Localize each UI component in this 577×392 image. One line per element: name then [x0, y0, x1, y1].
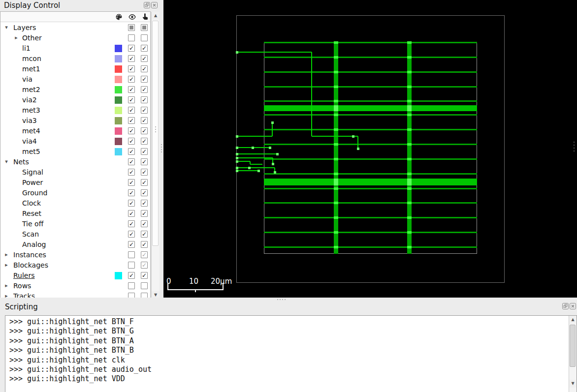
- selectable-checkbox-power[interactable]: ✓: [141, 179, 148, 186]
- visibility-checkbox-analog[interactable]: ✓: [128, 241, 135, 248]
- visibility-checkbox-li1[interactable]: ✓: [128, 45, 135, 52]
- color-swatch-mcon[interactable]: [115, 55, 122, 62]
- visibility-checkbox-power[interactable]: ✓: [128, 179, 135, 186]
- tree-row-signal[interactable]: Signal✓✓: [0, 167, 150, 178]
- selectable-checkbox-via3[interactable]: ✓: [141, 117, 148, 124]
- tree-row-tie-off[interactable]: Tie off✓✓: [0, 219, 150, 229]
- visibility-checkbox-via3[interactable]: ✓: [128, 117, 135, 124]
- selectable-checkbox-other[interactable]: [141, 34, 148, 41]
- tree-scrollbar-thumb[interactable]: [152, 21, 159, 246]
- tree-row-other[interactable]: ▸Other: [0, 33, 150, 43]
- visibility-checkbox-via[interactable]: ✓: [128, 76, 135, 83]
- layout-viewer-canvas[interactable]: 01020µm: [163, 0, 577, 298]
- scroll-down-icon[interactable]: ▼: [569, 380, 577, 388]
- selectable-checkbox-analog[interactable]: ✓: [141, 241, 148, 248]
- visibility-checkbox-mcon[interactable]: ✓: [128, 55, 135, 62]
- visibility-checkbox-instances[interactable]: [128, 251, 135, 258]
- visibility-checkbox-scan[interactable]: ✓: [128, 231, 135, 238]
- float-window-icon[interactable]: [144, 2, 150, 8]
- visibility-checkbox-met3[interactable]: ✓: [128, 107, 135, 114]
- selectable-checkbox-met3[interactable]: ✓: [141, 107, 148, 114]
- close-icon[interactable]: [151, 2, 158, 8]
- selectable-checkbox-via2[interactable]: ✓: [141, 96, 148, 103]
- visibility-checkbox-tie-off[interactable]: ✓: [128, 220, 135, 227]
- visibility-checkbox-nets[interactable]: ✓: [128, 158, 135, 165]
- visibility-checkbox-other[interactable]: [128, 34, 135, 41]
- vertical-splitter[interactable]: [160, 0, 163, 301]
- horizontal-splitter[interactable]: [0, 298, 577, 302]
- selectable-checkbox-met2[interactable]: ✓: [141, 86, 148, 93]
- selectable-checkbox-reset[interactable]: ✓: [141, 210, 148, 217]
- tree-row-ground[interactable]: Ground✓✓: [0, 188, 150, 198]
- tree-row-reset[interactable]: Reset✓✓: [0, 209, 150, 219]
- expand-arrow-icon[interactable]: ▸: [13, 34, 19, 41]
- visibility-checkbox-ground[interactable]: ✓: [128, 189, 135, 196]
- tree-row-layers[interactable]: ▾Layers: [0, 23, 150, 33]
- color-swatch-li1[interactable]: [115, 45, 122, 52]
- visibility-checkbox-clock[interactable]: ✓: [128, 200, 135, 207]
- tree-row-met2[interactable]: met2✓✓: [0, 85, 150, 95]
- color-swatch-via4[interactable]: [115, 138, 122, 145]
- scroll-up-icon[interactable]: ▲: [152, 12, 160, 20]
- tree-row-nets[interactable]: ▾Nets✓✓: [0, 157, 150, 167]
- tree-row-mcon[interactable]: mcon✓✓: [0, 54, 150, 64]
- tree-row-rows[interactable]: ▸Rows: [0, 281, 150, 291]
- visibility-checkbox-met4[interactable]: ✓: [128, 127, 135, 134]
- close-icon[interactable]: [570, 303, 576, 309]
- scripting-titlebar[interactable]: Scripting: [0, 302, 577, 313]
- selectable-checkbox-clock[interactable]: ✓: [141, 200, 148, 207]
- visibility-checkbox-rows[interactable]: [128, 282, 135, 289]
- collapse-arrow-icon[interactable]: ▾: [3, 24, 9, 30]
- tree-scrollbar[interactable]: ▲ ▼: [151, 12, 160, 299]
- tree-row-via[interactable]: via✓✓: [0, 74, 150, 85]
- selectable-checkbox-met4[interactable]: ✓: [141, 127, 148, 134]
- scroll-up-icon[interactable]: ▲: [569, 316, 577, 324]
- tree-row-scan[interactable]: Scan✓✓: [0, 229, 150, 240]
- selectable-checkbox-ground[interactable]: ✓: [141, 189, 148, 196]
- tree-row-analog[interactable]: Analog✓✓: [0, 240, 150, 250]
- tree-row-power[interactable]: Power✓✓: [0, 178, 150, 188]
- expand-arrow-icon[interactable]: ▸: [3, 262, 9, 268]
- selectable-checkbox-tie-off[interactable]: ✓: [141, 220, 148, 227]
- tree-row-blockages[interactable]: ▸Blockages✓: [0, 260, 150, 271]
- visibility-checkbox-blockages[interactable]: [128, 262, 135, 269]
- color-swatch-rulers[interactable]: [115, 272, 122, 279]
- visibility-checkbox-via2[interactable]: ✓: [128, 96, 135, 103]
- tree-row-instances[interactable]: ▸Instances✓: [0, 250, 150, 260]
- selectable-checkbox-blockages[interactable]: ✓: [141, 262, 148, 269]
- tree-row-met5[interactable]: met5✓✓: [0, 147, 150, 157]
- tree-row-met1[interactable]: met1✓✓: [0, 64, 150, 74]
- visibility-checkbox-rulers[interactable]: ✓: [128, 272, 135, 279]
- color-swatch-via3[interactable]: [115, 117, 122, 124]
- selectable-checkbox-scan[interactable]: ✓: [141, 231, 148, 238]
- visibility-checkbox-reset[interactable]: ✓: [128, 210, 135, 217]
- color-swatch-met2[interactable]: [115, 86, 122, 93]
- visibility-checkbox-layers[interactable]: [128, 24, 135, 31]
- tree-row-clock[interactable]: Clock✓✓: [0, 198, 150, 209]
- expand-arrow-icon[interactable]: ▸: [3, 282, 9, 289]
- scripting-console[interactable]: >>> gui::highlight_net BTN_F>>> gui::hig…: [5, 315, 577, 392]
- selectable-checkbox-layers[interactable]: [141, 24, 148, 31]
- color-swatch-met5[interactable]: [115, 148, 122, 155]
- color-swatch-via2[interactable]: [115, 96, 122, 104]
- tree-row-li1[interactable]: li1✓✓: [0, 43, 150, 54]
- tree-row-via3[interactable]: via3✓✓: [0, 116, 150, 126]
- tree-row-rulers[interactable]: Rulers✓✓: [0, 271, 150, 281]
- console-scrollbar[interactable]: ▲ ▼: [569, 316, 577, 392]
- visibility-checkbox-met1[interactable]: ✓: [128, 65, 135, 72]
- visibility-checkbox-signal[interactable]: ✓: [128, 169, 135, 176]
- expand-arrow-icon[interactable]: ▸: [3, 251, 9, 258]
- selectable-checkbox-via4[interactable]: ✓: [141, 138, 148, 145]
- selectable-checkbox-met1[interactable]: ✓: [141, 65, 148, 72]
- tree-row-via4[interactable]: via4✓✓: [0, 136, 150, 147]
- selectable-checkbox-li1[interactable]: ✓: [141, 45, 148, 52]
- selectable-checkbox-rows[interactable]: [141, 282, 148, 289]
- selectable-checkbox-via[interactable]: ✓: [141, 76, 148, 83]
- visibility-checkbox-met2[interactable]: ✓: [128, 86, 135, 93]
- selectable-checkbox-nets[interactable]: ✓: [141, 158, 148, 165]
- selectable-checkbox-rulers[interactable]: ✓: [141, 272, 148, 279]
- selectable-checkbox-mcon[interactable]: ✓: [141, 55, 148, 62]
- selectable-checkbox-signal[interactable]: ✓: [141, 169, 148, 176]
- display-control-titlebar[interactable]: Display Control: [0, 0, 160, 11]
- color-swatch-met4[interactable]: [115, 127, 122, 135]
